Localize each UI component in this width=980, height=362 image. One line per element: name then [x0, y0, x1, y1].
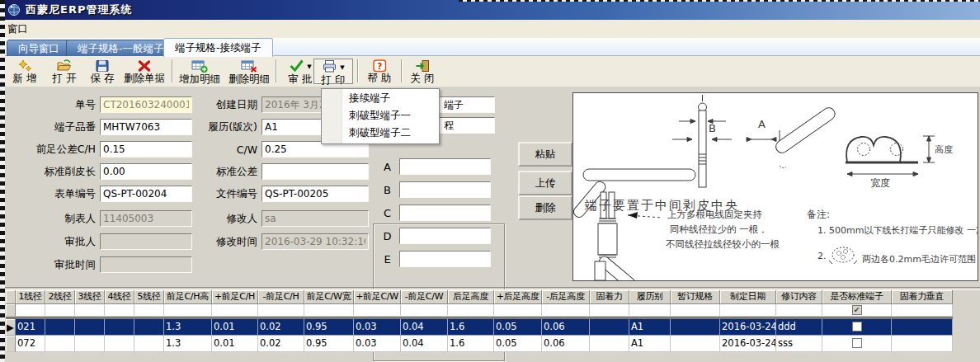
filter-cell[interactable]	[16, 304, 45, 317]
delete-image-button[interactable]: 删除	[518, 195, 572, 220]
filter-cell[interactable]	[776, 304, 822, 317]
menu-item-splice-terminal[interactable]: 接续端子	[322, 89, 439, 106]
filter-cell[interactable]	[134, 304, 164, 317]
grid-row[interactable]: 0721.30.010.020.950.030.041.60.050.06A12…	[6, 336, 953, 352]
dim-c-field[interactable]	[399, 205, 491, 221]
grid-cell[interactable]: A1	[629, 336, 671, 352]
grid-cell[interactable]	[822, 336, 892, 352]
grid-cell[interactable]: 2016-03-24	[720, 319, 776, 336]
paste-button[interactable]: 粘贴	[518, 142, 572, 167]
menu-window[interactable]: 窗口	[0, 20, 35, 39]
grid-row[interactable]: ▶0211.30.010.020.950.030.041.60.050.06A1…	[6, 319, 953, 336]
standard-tolerance-field[interactable]	[261, 163, 369, 180]
grid-cell[interactable]: 0.02	[258, 319, 304, 336]
grid-cell[interactable]: 0.06	[542, 336, 590, 352]
tab-general-terminal[interactable]: 端子规格-一般端子	[66, 40, 176, 57]
grid-cell[interactable]: 0.95	[304, 319, 354, 336]
bill-no-field[interactable]	[100, 96, 192, 113]
grid-cell[interactable]: 1.6	[448, 336, 494, 352]
standard-terminal-checkbox[interactable]: ✔	[852, 305, 862, 315]
dim-d-field[interactable]	[399, 228, 491, 244]
help-button[interactable]: ? 帮 助	[361, 59, 398, 84]
column-header[interactable]: 4线径	[105, 290, 134, 304]
standard-terminal-checkbox[interactable]	[852, 338, 862, 348]
column-header[interactable]: -前足C/H	[258, 290, 304, 304]
standard-terminal-checkbox[interactable]	[852, 322, 862, 331]
column-header[interactable]: +前足C/W	[354, 290, 401, 304]
approve-dropdown-arrow[interactable]: ▼	[307, 63, 311, 70]
delete-detail-button[interactable]: 删除明细	[225, 59, 273, 84]
print-button[interactable]: ▼ 打 印	[313, 59, 353, 84]
column-header[interactable]: 2线径	[45, 290, 75, 304]
column-header[interactable]: 固着力垂直	[892, 290, 953, 304]
grid-cell[interactable]	[105, 319, 134, 336]
column-header[interactable]: 履历别	[629, 290, 671, 304]
tab-splice-terminal[interactable]: 端子规格-接续端子	[163, 38, 273, 57]
grid-cell[interactable]: 0.05	[494, 319, 542, 336]
filter-cell[interactable]	[45, 304, 75, 317]
grid-cell[interactable]	[892, 336, 953, 352]
column-header[interactable]: 5线径	[134, 290, 164, 304]
grid-cell[interactable]: 1.6	[448, 319, 494, 336]
save-button[interactable]: 保 存	[84, 59, 120, 84]
column-header[interactable]: 1线径	[16, 290, 45, 304]
modifier-field[interactable]	[261, 210, 369, 227]
column-header[interactable]: 修订内容	[776, 290, 822, 304]
open-button[interactable]: 打 开	[46, 59, 82, 84]
grid-cell[interactable]	[45, 336, 75, 352]
grid-cell[interactable]	[75, 319, 105, 336]
grid-cell[interactable]: 0.02	[258, 336, 304, 352]
grid-cell[interactable]: 0.04	[401, 319, 448, 336]
approver-field[interactable]	[100, 233, 192, 250]
filter-cell[interactable]	[105, 304, 134, 317]
filter-cell[interactable]	[448, 304, 494, 317]
modify-time-field[interactable]	[261, 233, 369, 250]
grid-cell[interactable]: 2016-03-24	[720, 336, 776, 352]
filter-cell[interactable]	[354, 304, 401, 317]
filter-cell[interactable]: ✔	[822, 304, 892, 317]
column-header[interactable]: 后足高度	[448, 290, 494, 304]
menu-item-pierce-terminal-2[interactable]: 刺破型端子二	[322, 124, 439, 141]
column-header[interactable]: 前足C/H高	[164, 290, 212, 304]
add-detail-button[interactable]: 增加明细	[176, 59, 224, 84]
new-button[interactable]: 新 增	[7, 59, 43, 84]
column-header[interactable]: -前足C/W	[401, 290, 448, 304]
form-no-field[interactable]	[100, 186, 192, 202]
column-header[interactable]: +后足高度	[494, 290, 542, 304]
grid-cell[interactable]: 0.03	[354, 336, 401, 352]
row-selector[interactable]	[6, 336, 16, 352]
close-button[interactable]: 关 闭	[404, 59, 441, 84]
terminal-part-field[interactable]	[100, 119, 192, 135]
filter-cell[interactable]	[304, 304, 354, 317]
dim-a-field[interactable]	[399, 158, 491, 175]
filter-cell[interactable]	[212, 304, 258, 317]
grid-cell[interactable]: 072	[16, 336, 45, 352]
row-selector[interactable]: ▶	[6, 319, 16, 336]
front-tolerance-ch-field[interactable]	[100, 141, 192, 157]
grid-cell[interactable]: 0.04	[401, 336, 448, 352]
grid-cell[interactable]	[671, 336, 720, 352]
grid-cell[interactable]	[892, 319, 953, 336]
filter-cell[interactable]	[671, 304, 720, 317]
grid-cell[interactable]	[590, 319, 629, 336]
maker-field[interactable]	[100, 210, 192, 227]
grid-cell[interactable]: 1.3	[164, 319, 212, 336]
filter-cell[interactable]	[258, 304, 304, 317]
column-header[interactable]: 固着力	[590, 290, 629, 304]
grid-cell[interactable]: 0.03	[354, 319, 401, 336]
grid-cell[interactable]: ddd	[776, 319, 822, 336]
column-header[interactable]: 3线径	[75, 290, 105, 304]
filter-cell[interactable]	[401, 304, 448, 317]
file-no-field[interactable]	[261, 186, 369, 202]
grid-cell[interactable]: 0.01	[212, 319, 258, 336]
grid-cell[interactable]: 0.01	[212, 336, 258, 352]
grid-cell[interactable]: 0.05	[494, 336, 542, 352]
filter-cell[interactable]	[75, 304, 105, 317]
grid-cell[interactable]: 021	[16, 319, 45, 336]
column-header[interactable]: 是否标准端子	[822, 290, 892, 304]
column-header[interactable]: -后足高度	[542, 290, 590, 304]
grid-cell[interactable]	[671, 319, 720, 336]
tab-wizard[interactable]: 向导窗口	[7, 40, 71, 57]
dim-e-field[interactable]	[399, 251, 491, 267]
filter-cell[interactable]	[494, 304, 542, 317]
